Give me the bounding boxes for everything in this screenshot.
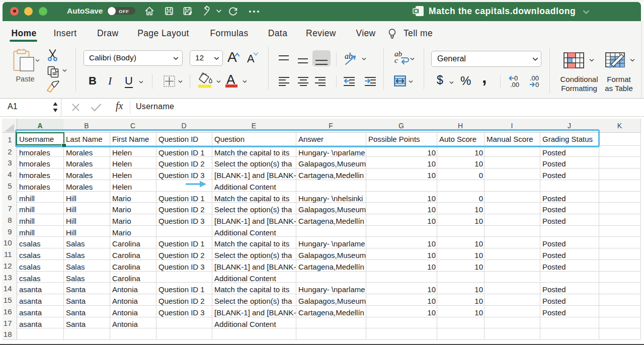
svg-text:.00: .00: [510, 81, 519, 88]
svg-text:0: 0: [535, 81, 539, 88]
